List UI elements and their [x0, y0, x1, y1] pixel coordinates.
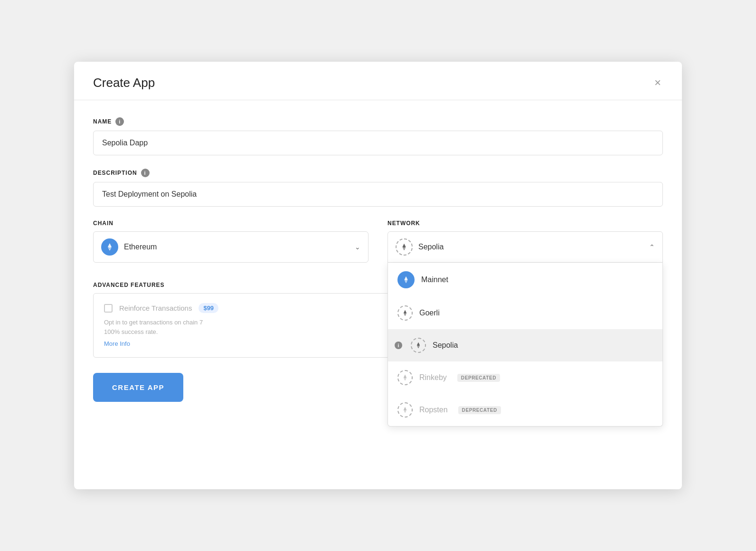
chain-field-group: CHAIN Ethereum ⌄ — [93, 220, 369, 263]
ropsten-label: Ropsten — [419, 406, 448, 414]
svg-marker-8 — [417, 342, 420, 346]
feature-price-badge: $99 — [198, 303, 218, 313]
network-option-mainnet[interactable]: Mainnet — [388, 263, 662, 297]
ropsten-deprecated-badge: DEPRECATED — [458, 406, 501, 414]
more-info-link[interactable]: More Info — [104, 340, 130, 347]
modal-title: Create App — [93, 76, 155, 90]
svg-marker-10 — [404, 375, 406, 379]
create-app-button[interactable]: CREATE APP — [93, 373, 183, 402]
name-input[interactable] — [93, 131, 663, 155]
chain-network-row: CHAIN Ethereum ⌄ NETWORK — [93, 220, 663, 263]
name-label: NAME i — [93, 117, 663, 126]
chain-selected-label: Ethereum — [124, 243, 157, 251]
network-option-rinkeby[interactable]: Rinkeby DEPRECATED — [388, 361, 662, 394]
chain-label: CHAIN — [93, 220, 369, 227]
close-button[interactable]: × — [652, 75, 663, 90]
ethereum-icon — [101, 238, 118, 256]
rinkeby-deprecated-badge: DEPRECATED — [457, 374, 500, 382]
reinforce-transactions-checkbox[interactable] — [104, 304, 113, 313]
svg-marker-2 — [402, 244, 406, 248]
description-input[interactable] — [93, 182, 663, 207]
description-label: DESCRIPTION i — [93, 169, 663, 177]
description-info-icon[interactable]: i — [141, 169, 150, 177]
network-label: NETWORK — [387, 220, 663, 227]
rinkeby-icon — [397, 370, 413, 385]
sepolia-icon — [411, 338, 426, 353]
goerli-label: Goerli — [419, 309, 440, 317]
chain-chevron-icon: ⌄ — [355, 243, 360, 251]
network-dropdown: Sepolia ⌃ Mainnet — [387, 231, 663, 263]
feature-name: Reinforce Transactions — [119, 304, 192, 312]
goerli-icon — [397, 305, 413, 321]
svg-marker-6 — [404, 310, 406, 314]
sepolia-label: Sepolia — [433, 341, 458, 350]
rinkeby-label: Rinkeby — [419, 373, 447, 382]
network-option-goerli[interactable]: Goerli — [388, 297, 662, 329]
ropsten-icon — [397, 402, 413, 418]
network-option-sepolia[interactable]: i Sepolia — [388, 329, 662, 361]
name-info-icon[interactable]: i — [115, 117, 124, 126]
network-selected-label: Sepolia — [418, 243, 444, 251]
network-select[interactable]: Sepolia ⌃ — [387, 231, 663, 263]
mainnet-icon — [397, 271, 415, 288]
chain-select[interactable]: Ethereum ⌄ — [93, 231, 369, 263]
svg-marker-4 — [404, 276, 407, 281]
mainnet-label: Mainnet — [421, 276, 448, 284]
network-selected-icon — [396, 238, 413, 256]
network-chevron-icon: ⌃ — [649, 243, 655, 251]
modal-header: Create App × — [74, 62, 682, 100]
svg-marker-12 — [404, 407, 406, 411]
name-field-group: NAME i — [93, 117, 663, 155]
modal-body: NAME i DESCRIPTION i CHAIN — [74, 100, 682, 419]
sepolia-info-icon[interactable]: i — [395, 342, 402, 349]
network-field-group: NETWORK Sepolia ⌃ — [387, 220, 663, 263]
description-field-group: DESCRIPTION i — [93, 169, 663, 207]
network-option-ropsten[interactable]: Ropsten DEPRECATED — [388, 394, 662, 426]
svg-marker-0 — [108, 243, 112, 248]
network-options-list: Mainnet Goerli — [387, 263, 663, 427]
create-app-modal: Create App × NAME i DESCRIPTION i CHAIN — [74, 62, 682, 489]
